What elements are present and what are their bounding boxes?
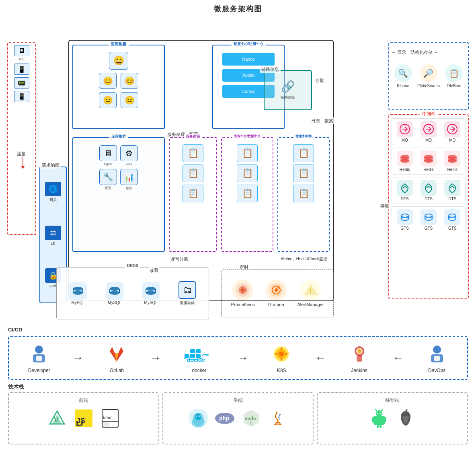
prometheus-icon-group: Prometheus (231, 280, 254, 307)
frontend-icons: V JS (47, 408, 121, 429)
lc-lbl1: Nginx (104, 162, 112, 166)
elk-show-label: ← 展示 (390, 49, 408, 56)
biz-frontend: 业务前台 📋 📋 📋 (169, 137, 217, 252)
lc-icon1: 🖥 (99, 145, 117, 161)
redis-shape-2 (421, 150, 437, 167)
backend-label: 后端 (233, 397, 243, 404)
prometheus-icon (232, 280, 253, 300)
access-label: 存取 (314, 77, 326, 84)
svg-point-33 (35, 346, 43, 354)
mq-label-3: MQ (449, 138, 455, 142)
svg-point-46 (279, 352, 284, 356)
app-icon-3: 😐 (99, 92, 117, 108)
svg-rect-40 (196, 349, 201, 353)
android-icon (369, 408, 390, 429)
mysql-icon-2: MySQL (106, 282, 123, 305)
alertmanager-icon: ! (300, 280, 321, 300)
gateway-icon-2: ⚖ LB (45, 226, 61, 245)
app-cluster-icons: 😀 😊 😊 😐 😐 (76, 48, 162, 108)
lc-row2: 🔧 配置 📊 监控 (99, 169, 138, 190)
gts-shape-3 (444, 209, 460, 225)
kibana-icon-group: 🔍 Kibana (394, 64, 412, 88)
storage-icon: 🗂 (178, 281, 196, 299)
vue-icon: V (47, 408, 68, 429)
gts-label-2: GTS (425, 226, 433, 230)
device-icon-group: 📱 (14, 91, 29, 102)
grafana-label: Grafana (268, 302, 284, 307)
pc-icon: 🖥 (14, 45, 29, 56)
jenkins-icon (348, 343, 371, 365)
svg-point-81 (377, 413, 378, 414)
svg-point-20 (110, 287, 119, 291)
alertmanager-label: AlertManager (298, 302, 324, 307)
svg-rect-84 (384, 417, 386, 422)
redis-label-3: Redis (447, 167, 458, 172)
pc-label: PC (19, 57, 25, 61)
svg-text:html: html (103, 415, 112, 420)
device-icon: 📱 (14, 91, 29, 102)
read-write-label: 读写分离 (169, 256, 190, 263)
gts-icon-2: GTS (421, 209, 437, 230)
gw-label-1: 网关 (49, 197, 57, 203)
middleware-title: 中间件 (420, 111, 438, 117)
flow-label: 流量 (15, 150, 27, 157)
docker-icon: docker (183, 343, 215, 365)
mq-shape-2 (421, 121, 437, 137)
go-icon (188, 408, 209, 429)
java-icon-group (267, 408, 288, 429)
log-icon: 🔗 (281, 80, 295, 93)
svg-point-78 (376, 410, 382, 417)
node-icon-group: node .js (241, 408, 262, 429)
app-icon-2: 😊 (121, 73, 138, 89)
svg-point-5 (400, 159, 409, 163)
mq-icon-1: MQ (397, 121, 413, 142)
dts-icon-1: DTS (397, 180, 413, 201)
backend-icons: php node .js (188, 408, 288, 429)
metric-label: Metric、HealthCheck监控 (280, 256, 329, 262)
db-zone: DRDS MySQL MySQL MySQL 🗂 (56, 267, 209, 319)
micro-icons: 📋 📋 📋 (280, 140, 327, 202)
mc-icon2: 📋 (293, 165, 314, 182)
redis-icon-3: Redis (444, 150, 460, 172)
bm-icon1: 📋 (237, 144, 258, 162)
mq-label-2: MQ (425, 138, 432, 142)
svg-line-79 (375, 409, 377, 411)
mobile-panel: 移动端 (317, 392, 468, 444)
elastic-label: ElaticSearch (417, 84, 440, 88)
biz-mid-label: 业务中台/数据中台 (232, 134, 262, 138)
tablet-icon: 📟 (14, 77, 29, 88)
middleware-zone: 中间件 MQ MQ (388, 114, 469, 299)
cicd-zone: Developer → GitLab → (8, 336, 468, 380)
redis-label-2: Redis (423, 167, 434, 172)
svg-point-26 (241, 288, 244, 292)
app-icons-row: 😊 😊 (99, 73, 138, 89)
grafana-icon-group: Grafana (266, 280, 287, 307)
app-icon-top: 😀 (109, 52, 128, 70)
lc-item2: ⚙ Zuul (120, 145, 138, 166)
svg-point-17 (449, 217, 456, 220)
gw-shape-1: 🌐 (45, 182, 61, 196)
svg-point-14 (425, 214, 432, 217)
kibana-icon: 🔍 (394, 64, 412, 82)
k8s-item: K8S (270, 343, 293, 373)
mysql-label-1: MySQL (72, 300, 85, 305)
svg-point-15 (425, 217, 432, 220)
gts-icon-3: GTS (444, 209, 460, 230)
arrow-k8s-jenkins: ← (315, 352, 326, 364)
android-icon-group (369, 408, 390, 429)
lc-icon2: ⚙ (120, 145, 138, 161)
svg-rect-86 (380, 425, 382, 428)
bm-icon3: 📋 (237, 185, 258, 202)
svg-rect-85 (377, 425, 379, 428)
config-label: 配置中心/注册中心 (232, 41, 266, 47)
frontend-panel: 前端 V (8, 392, 159, 444)
mq-icon-2: MQ (421, 121, 437, 142)
svg-line-80 (382, 409, 383, 411)
developer-item: Developer (28, 343, 50, 373)
gts-shape-2 (421, 209, 437, 225)
config-bar-1: Nacos (222, 53, 275, 66)
gts-icon-1: GTS (397, 209, 413, 230)
svg-point-8 (424, 159, 433, 163)
gts-row: GTS GTS GTS (392, 206, 466, 233)
mq-icon-3: MQ (444, 121, 460, 142)
